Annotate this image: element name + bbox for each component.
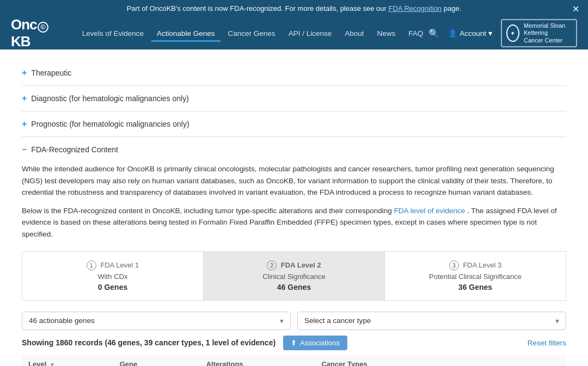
cancer-filter-chevron-icon: ▾	[555, 317, 559, 325]
account-menu[interactable]: 👤 Account ▾	[448, 29, 492, 38]
accordion-label-fda: FDA-Recognized Content	[31, 145, 118, 154]
fda-level-2-card[interactable]: 2 FDA Level 2 Clinical Significance 46 G…	[204, 252, 385, 300]
reset-filters-link[interactable]: Reset filters	[528, 339, 566, 347]
nav-actionable-genes[interactable]: Actionable Genes	[151, 25, 220, 42]
fda-level-2-sub: Clinical Significance	[212, 272, 376, 281]
accordion-prognostic: + Prognostic (for hematologic malignanci…	[22, 111, 566, 137]
account-icon: 👤	[448, 29, 457, 38]
fda-level-2-genes: 46 Genes	[212, 283, 376, 291]
fda-level-2-num: 2 FDA Level 2	[212, 260, 376, 270]
col-level[interactable]: Level ▼	[22, 356, 113, 366]
col-cancer-types[interactable]: Cancer Types	[315, 356, 566, 366]
fda-level-3-genes: 36 Genes	[394, 283, 557, 291]
nav-right: 🔍 👤 Account ▾ ✦ Memorial Sloan Kettering…	[428, 19, 577, 47]
genes-filter-label: 46 actionable genes	[29, 317, 95, 325]
fda-para2: Below is the FDA-recognized content in O…	[22, 205, 566, 240]
fda-level-3-sub: Potential Clinical Significance	[394, 272, 557, 281]
records-summary: Showing 1860 records (46 genes, 39 cance…	[22, 338, 275, 347]
nav-about[interactable]: About	[339, 25, 369, 42]
accordion-label-diagnostic: Diagnostic (for hematologic malignancies…	[31, 94, 188, 103]
level-circle-3: 3	[449, 260, 459, 270]
account-label: Account	[460, 29, 486, 38]
account-chevron-icon: ▾	[488, 29, 492, 38]
msk-text: Memorial Sloan Kettering Cancer Center	[524, 22, 572, 44]
level-circle-1: 1	[87, 260, 96, 270]
expand-icon: +	[22, 94, 27, 103]
accordion-fda: − FDA-Recognized Content While the inten…	[22, 137, 566, 366]
assoc-label: Associations	[300, 339, 340, 347]
nav-news[interactable]: News	[371, 25, 401, 42]
table-header: Level ▼ Gene Alterations Cancer Types	[22, 356, 566, 366]
nav-levels-of-evidence[interactable]: Levels of Evidence	[77, 25, 149, 42]
cancer-filter-label: Select a cancer type	[304, 317, 371, 325]
level-circle-2: 2	[267, 260, 277, 270]
fda-level-1-genes: 0 Genes	[31, 283, 194, 291]
associations-button[interactable]: ⬆ Associations	[283, 336, 347, 350]
accordion-header-therapeutic[interactable]: + Therapeutic	[22, 68, 566, 78]
collapse-icon: −	[22, 145, 27, 154]
sort-icon: ▼	[50, 362, 55, 366]
fda-level-1-sub: With CDx	[31, 272, 194, 281]
navbar: Onc©KB Levels of Evidence Actionable Gen…	[0, 17, 588, 49]
msk-logo: ✦ Memorial Sloan Kettering Cancer Center	[501, 19, 577, 47]
fda-level-3-card[interactable]: 3 FDA Level 3 Potential Clinical Signifi…	[385, 252, 566, 300]
genes-filter-chevron-icon: ▾	[280, 317, 284, 325]
records-info: Showing 1860 records (46 genes, 39 cance…	[22, 336, 347, 350]
fda-level-cards: 1 FDA Level 1 With CDx 0 Genes 2 FDA Lev…	[22, 251, 566, 301]
nav-cancer-genes[interactable]: Cancer Genes	[223, 25, 281, 42]
col-gene[interactable]: Gene	[113, 356, 200, 366]
nav-links: Levels of Evidence Actionable Genes Canc…	[77, 25, 429, 42]
accordion-header-prognostic[interactable]: + Prognostic (for hematologic malignanci…	[22, 119, 566, 129]
fda-para1: While the intended audience for OncoKB i…	[22, 163, 566, 198]
nav-api-license[interactable]: API / License	[283, 25, 338, 42]
assoc-icon: ⬆	[291, 339, 297, 347]
fda-para2-prefix: Below is the FDA-recognized content in O…	[22, 207, 392, 215]
fda-content: While the intended audience for OncoKB i…	[22, 154, 566, 366]
logo[interactable]: Onc©KB	[11, 16, 60, 50]
expand-icon: +	[22, 68, 27, 78]
banner-close-button[interactable]: ✕	[572, 3, 579, 14]
banner-text: Part of OncoKB's content is now FDA-reco…	[127, 4, 387, 13]
accordion-diagnostic: + Diagnostic (for hematologic malignanci…	[22, 86, 566, 111]
accordion-label-prognostic: Prognostic (for hematologic malignancies…	[31, 120, 189, 128]
records-row: Showing 1860 records (46 genes, 39 cance…	[22, 336, 566, 350]
main-content: + Therapeutic + Diagnostic (for hematolo…	[0, 49, 588, 366]
fda-recognition-link[interactable]: FDA Recognition	[389, 4, 442, 13]
filter-row: 46 actionable genes ▾ Select a cancer ty…	[22, 312, 566, 330]
announcement-banner: Part of OncoKB's content is now FDA-reco…	[0, 0, 588, 17]
fda-level-evidence-link[interactable]: FDA level of evidence	[394, 207, 465, 215]
cancer-type-filter[interactable]: Select a cancer type ▾	[297, 312, 566, 330]
accordion-therapeutic: + Therapeutic	[22, 60, 566, 86]
banner-text-end: page.	[444, 4, 462, 13]
fda-level-1-card[interactable]: 1 FDA Level 1 With CDx 0 Genes	[22, 252, 204, 300]
accordion-header-fda[interactable]: − FDA-Recognized Content	[22, 145, 566, 154]
fda-level-1-num: 1 FDA Level 1	[31, 260, 194, 270]
search-icon[interactable]: 🔍	[428, 28, 439, 39]
fda-level-3-num: 3 FDA Level 3	[394, 260, 557, 270]
accordion-label-therapeutic: Therapeutic	[31, 69, 71, 77]
accordion-header-diagnostic[interactable]: + Diagnostic (for hematologic malignanci…	[22, 94, 566, 103]
nav-faq[interactable]: FAQ	[403, 25, 428, 42]
genes-filter[interactable]: 46 actionable genes ▾	[22, 312, 291, 330]
expand-icon: +	[22, 119, 27, 129]
col-alterations[interactable]: Alterations	[200, 356, 315, 366]
msk-circle-icon: ✦	[506, 24, 519, 42]
results-table: Level ▼ Gene Alterations Cancer Types 2 …	[22, 356, 566, 366]
